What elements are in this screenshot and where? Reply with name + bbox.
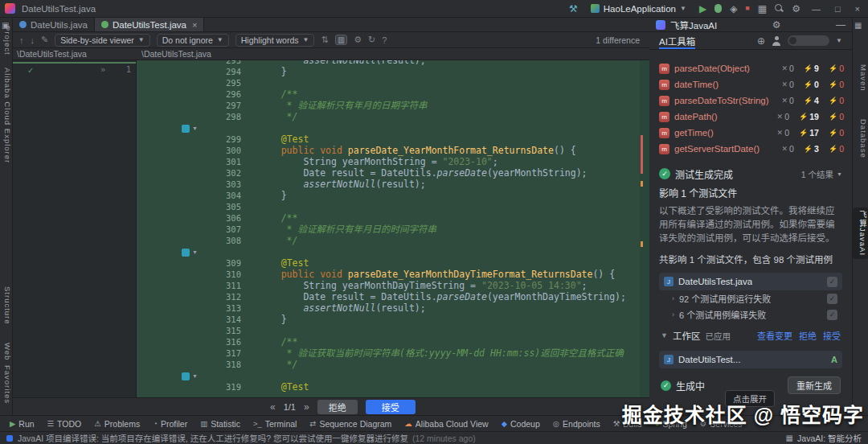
viewer-mode-select[interactable]: Side-by-side viewer ▼: [55, 34, 150, 47]
method-item[interactable]: mdateTime()✕0⚡0⚡0: [659, 76, 844, 92]
edit-icon[interactable]: ✎: [41, 35, 48, 45]
tab-ai-toolbox[interactable]: AI工具箱: [659, 32, 695, 49]
run-button[interactable]: ▶: [699, 4, 706, 14]
setup-tools-icon[interactable]: ⚒: [569, 4, 578, 14]
sub-item-list: ›92 个测试用例运行失败✓›6 个测试用例编译失败✓: [659, 290, 842, 323]
chevron-right-icon[interactable]: ›: [672, 310, 674, 319]
group-checkbox[interactable]: ✓: [827, 310, 837, 320]
toolwindow-problems[interactable]: ⚠Problems: [94, 419, 140, 429]
profile-button[interactable]: ◈: [730, 4, 737, 14]
code-line: 296 /**: [137, 88, 649, 100]
toolwindow-terminal[interactable]: >_Terminal: [253, 419, 297, 429]
minimize-button[interactable]: —: [809, 4, 824, 14]
search-icon[interactable]: [775, 4, 784, 13]
toolwindow-profiler[interactable]: ◔Profiler: [153, 419, 187, 429]
close-button[interactable]: ×: [852, 4, 863, 14]
toolwindow-statistic[interactable]: ▥Statistic: [200, 419, 240, 429]
tool-window-button[interactable]: Database: [853, 116, 868, 162]
badge-value: 0: [839, 128, 844, 138]
test-case-group-row[interactable]: ›92 个测试用例运行失败✓: [659, 290, 842, 306]
help-icon[interactable]: ?: [382, 35, 387, 45]
regenerate-button[interactable]: 重新生成: [788, 376, 841, 394]
toolwindow-sequence-diagram[interactable]: ⇄Sequence Diagram: [309, 419, 391, 429]
swap-sides-icon[interactable]: ⇅: [321, 35, 328, 45]
tool-window-button[interactable]: Project: [0, 23, 12, 59]
method-item[interactable]: mdatePath()✕0⚡19⚡0: [659, 109, 844, 125]
tool-window-button[interactable]: Structure: [0, 283, 12, 328]
method-item[interactable]: mparseDateToStr(String)✕0⚡4⚡0: [659, 92, 844, 109]
tool-window-button[interactable]: Alibaba Cloud Explorer: [0, 64, 12, 166]
method-item[interactable]: mgetTime()✕0⚡17⚡0: [659, 125, 844, 141]
tool-window-button[interactable]: 飞算JavaAI: [853, 208, 868, 259]
close-icon[interactable]: ×: [192, 20, 197, 30]
maximize-button[interactable]: □: [832, 4, 844, 14]
error-stripe-mark[interactable]: [641, 135, 643, 174]
toolwindow-alibaba-cloud-view[interactable]: ☁Alibaba Cloud View: [404, 419, 488, 429]
hide-panel-icon[interactable]: —: [836, 20, 845, 30]
chevron-down-icon: ▼: [192, 123, 198, 134]
first-change-icon[interactable]: «: [270, 401, 276, 413]
toolwindow-endpoints[interactable]: ◎Endpoints: [553, 419, 600, 429]
code-line: 297 * 验证解析只有年月的日期字符串: [137, 100, 649, 111]
toolwindow-label: Codeup: [510, 419, 540, 429]
code-text: String yearMonthString = "2023-10";: [259, 156, 498, 167]
diff-left-pane[interactable]: ✓ » 1: [13, 60, 137, 397]
highlight-policy-select[interactable]: Highlight words ▼: [235, 34, 315, 47]
settings-icon[interactable]: ⚙: [792, 4, 800, 14]
test-file-row[interactable]: J DateUtilsTest.java ✓: [659, 273, 842, 290]
badge-value: 0: [839, 144, 844, 154]
test-case-group-row[interactable]: ›6 个测试用例编译失败✓: [659, 306, 842, 323]
chevron-down-icon: ▼: [661, 331, 668, 339]
last-change-icon[interactable]: »: [304, 401, 309, 413]
warning-stripe-mark[interactable]: [641, 181, 643, 187]
status-right[interactable]: ▦ JavaAI: 智能分析: [786, 432, 862, 444]
ai-marker-dropdown[interactable]: ▼: [182, 123, 198, 134]
run-config-selector[interactable]: HaoLeApplication ▼: [586, 2, 691, 15]
tool-window-button[interactable]: Web: [0, 339, 12, 364]
toolwindow-todo[interactable]: ☰TODO: [47, 419, 82, 429]
toolwindow-codeup[interactable]: ◆Codeup: [502, 419, 540, 429]
tool-window-button[interactable]: Maven: [853, 61, 868, 95]
account-icon[interactable]: [772, 36, 781, 46]
stop-button[interactable]: ■: [745, 5, 749, 12]
method-badges: ✕0⚡19⚡0: [777, 112, 844, 121]
group-checkbox[interactable]: ✓: [827, 294, 837, 304]
layout-icon[interactable]: ▦: [854, 21, 862, 30]
accept-button[interactable]: 接受: [366, 400, 416, 414]
accept-link[interactable]: 接受: [823, 329, 841, 342]
workspace-file-row[interactable]: J DateUtilsTest... A: [659, 351, 842, 368]
tool-window-button[interactable]: Favorites: [0, 362, 12, 407]
editor-tab[interactable]: DateUtils.java: [13, 18, 95, 31]
ignore-policy-select[interactable]: Do not ignore ▼: [157, 34, 229, 47]
refresh-icon[interactable]: ↻: [368, 35, 375, 45]
reject-button[interactable]: 拒绝: [317, 400, 358, 414]
view-changes-link[interactable]: 查看变更: [757, 329, 792, 342]
file-checkbox[interactable]: ✓: [827, 277, 837, 287]
previous-difference-icon[interactable]: ↑: [19, 35, 24, 45]
chevron-right-icon[interactable]: ›: [672, 294, 674, 302]
method-item[interactable]: mgetServerStartDate()✕0⚡3⚡0: [659, 141, 844, 157]
workspace-row[interactable]: ▼ 工作区 已应用 查看变更 拒绝 接受: [659, 327, 842, 343]
debug-button[interactable]: [714, 4, 722, 13]
coverage-icon[interactable]: ▦: [758, 4, 767, 14]
warning-stripe-mark[interactable]: [641, 241, 643, 247]
mode-toggle[interactable]: [788, 35, 829, 46]
ai-marker-dropdown[interactable]: ▼: [182, 371, 198, 382]
editor-tab[interactable]: DateUtilsTest.java×: [95, 18, 204, 31]
gear-icon[interactable]: ⚙: [354, 35, 362, 45]
gear-icon[interactable]: ⚙: [772, 20, 781, 30]
scrollbar[interactable]: [640, 60, 649, 397]
diff-right-pane[interactable]: 293 assertNotNull(result);294 }295296 /*…: [137, 60, 649, 397]
add-icon[interactable]: ⊕: [757, 36, 765, 46]
align-mode-icon[interactable]: ▥: [335, 35, 347, 45]
code-line: 299 @Test: [137, 134, 649, 145]
line-number: 302: [137, 167, 249, 179]
ai-marker-dropdown[interactable]: ▼: [182, 247, 198, 258]
next-difference-icon[interactable]: ↓: [31, 35, 35, 45]
method-item[interactable]: mparseDate(Object)✕0⚡9⚡0: [659, 60, 844, 76]
reject-link[interactable]: 拒绝: [799, 329, 817, 342]
result-count-dropdown[interactable]: 1 个结果 ▼: [801, 168, 842, 180]
chevron-down-icon[interactable]: ▼: [836, 38, 842, 44]
toolwindow-run[interactable]: ▶Run: [10, 419, 35, 429]
chevron-down-icon: ▼: [837, 171, 842, 177]
